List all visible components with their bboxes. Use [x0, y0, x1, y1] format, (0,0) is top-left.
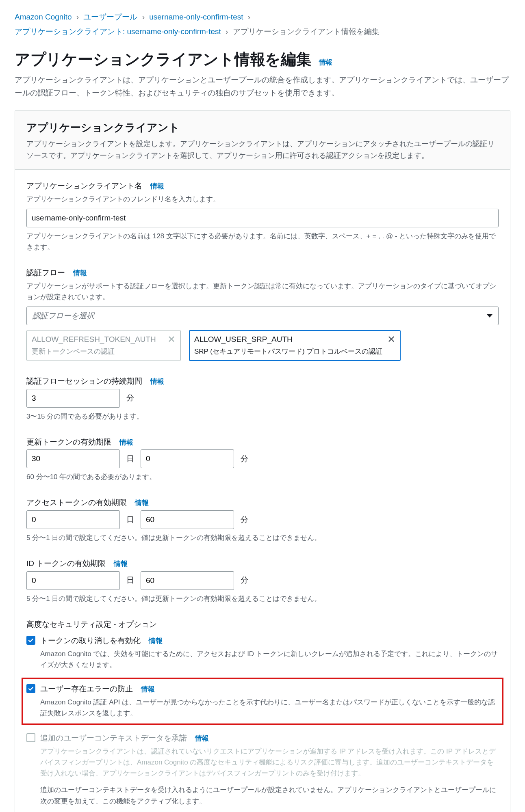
- unit-minutes: 分: [241, 514, 248, 526]
- info-link[interactable]: 情報: [150, 376, 164, 387]
- highlight-prevent-user-existence: ユーザー存在エラーの防止 情報 Amazon Cognito 認証 API は、…: [22, 678, 503, 725]
- chip-user-srp-auth: ALLOW_USER_SRP_AUTH SRP (セキュアリモートパスワード) …: [189, 330, 401, 361]
- input-id-days[interactable]: [26, 571, 120, 590]
- input-access-days[interactable]: [26, 510, 120, 529]
- page-title-text: アプリケーションクライアント情報を編集: [15, 51, 311, 68]
- breadcrumb-link-appclient[interactable]: アプリケーションクライアント: username-only-confirm-te…: [15, 27, 221, 36]
- check-icon: [28, 685, 34, 692]
- select-placeholder: 認証フローを選択: [33, 310, 94, 322]
- chevron-right-icon: ›: [226, 24, 228, 39]
- panel-header: アプリケーションクライアント アプリケーションクライアントを設定します。アプリケ…: [15, 111, 510, 170]
- desc-revoke-token: Amazon Cognito では、失効を可能にするために、アクセスおよび ID…: [40, 648, 499, 670]
- unit-days: 日: [126, 453, 134, 465]
- check-revoke-token: トークンの取り消しを有効化 情報 Amazon Cognito では、失効を可能…: [26, 635, 499, 670]
- chevron-right-icon: ›: [248, 10, 250, 24]
- info-link[interactable]: 情報: [149, 636, 163, 646]
- panel-description: アプリケーションクライアントを設定します。アプリケーションクライアントは、アプリ…: [26, 138, 499, 162]
- checkbox-revoke-token[interactable]: [26, 636, 35, 645]
- app-client-panel: アプリケーションクライアント アプリケーションクライアントを設定します。アプリケ…: [15, 110, 510, 812]
- chip-title: ALLOW_REFRESH_TOKEN_AUTH: [32, 334, 156, 346]
- help-app-client-name: アプリケーションクライアントのフレンドリ名を入力します。: [26, 194, 499, 205]
- check-icon: [28, 637, 34, 644]
- constraint-id: 5 分〜1 日の間で設定してください。値は更新トークンの有効期限を超えることはで…: [26, 593, 499, 604]
- field-auth-flows: 認証フロー 情報 アプリケーションがサポートする認証フローを選択します。更新トー…: [26, 267, 499, 361]
- desc-prevent-user-existence: Amazon Cognito 認証 API は、ユーザーが見つからなかったことを…: [40, 697, 499, 719]
- input-refresh-minutes[interactable]: [141, 449, 234, 468]
- constraint-app-client-name: アプリケーションクライアントの名前は 128 文字以下にする必要があります。名前…: [26, 231, 499, 253]
- info-link[interactable]: 情報: [73, 268, 87, 279]
- advanced-security-heading: 高度なセキュリティ設定 - オプション: [26, 619, 499, 631]
- label-user-context: 追加のユーザーコンテキストデータを承諾: [40, 732, 187, 744]
- info-link[interactable]: 情報: [114, 559, 128, 569]
- label-prevent-user-existence: ユーザー存在エラーの防止: [40, 683, 133, 695]
- input-session-minutes[interactable]: [26, 389, 120, 408]
- check-user-context: 追加のユーザーコンテキストデータを承諾 情報 アプリケーションクライアントは、認…: [26, 732, 499, 812]
- page-title: アプリケーションクライアント情報を編集 情報: [15, 48, 510, 71]
- page-description: アプリケーションクライアントは、アプリケーションとユーザープールの統合を作成しま…: [15, 73, 510, 100]
- note-user-context: 追加のユーザーコンテキストデータを受け入れるようにユーザープールが設定されていま…: [40, 784, 499, 807]
- checkbox-prevent-user-existence[interactable]: [26, 684, 35, 693]
- select-auth-flows[interactable]: 認証フローを選択: [26, 307, 499, 325]
- field-id-token: ID トークンの有効期限 情報 日 分 5 分〜1 日の間で設定してください。値…: [26, 558, 499, 604]
- field-access-token: アクセストークンの有効期限 情報 日 分 5 分〜1 日の間で設定してください。…: [26, 497, 499, 543]
- checkbox-user-context: [26, 733, 35, 742]
- input-refresh-days[interactable]: [26, 449, 120, 468]
- breadcrumb-link-userpools[interactable]: ユーザープール: [83, 13, 137, 21]
- input-access-minutes[interactable]: [141, 510, 234, 529]
- close-icon[interactable]: ✕: [387, 334, 395, 344]
- constraint-access: 5 分〜1 日の間で設定してください。値は更新トークンの有効期限を超えることはで…: [26, 532, 499, 543]
- chip-subtitle: SRP (セキュアリモートパスワード) プロトコルベースの認証: [194, 346, 382, 357]
- input-id-minutes[interactable]: [141, 571, 234, 590]
- label-revoke-token: トークンの取り消しを有効化: [40, 635, 141, 647]
- close-icon: ✕: [167, 334, 176, 344]
- info-link[interactable]: 情報: [150, 181, 164, 192]
- panel-body: アプリケーションクライアント名 情報 アプリケーションクライアントのフレンドリ名…: [15, 170, 510, 812]
- label-access-token: アクセストークンの有効期限: [26, 497, 127, 509]
- label-refresh-token: 更新トークンの有効期限: [26, 436, 111, 448]
- unit-minutes: 分: [241, 574, 248, 586]
- label-session-duration: 認証フローセッションの持続期間: [26, 376, 142, 387]
- chip-title: ALLOW_USER_SRP_AUTH: [194, 334, 382, 346]
- info-link[interactable]: 情報: [141, 684, 155, 695]
- label-id-token: ID トークンの有効期限: [26, 558, 106, 570]
- breadcrumb-current: アプリケーションクライアント情報を編集: [233, 27, 380, 36]
- input-app-client-name[interactable]: [26, 209, 499, 227]
- chip-subtitle: 更新トークンベースの認証: [32, 346, 156, 357]
- chip-refresh-token-auth: ALLOW_REFRESH_TOKEN_AUTH 更新トークンベースの認証 ✕: [26, 330, 181, 361]
- field-app-client-name: アプリケーションクライアント名 情報 アプリケーションクライアントのフレンドリ名…: [26, 180, 499, 253]
- breadcrumb: Amazon Cognito › ユーザープール › username-only…: [15, 10, 510, 39]
- desc-user-context: アプリケーションクライアントは、認証されていないリクエストにアプリケーションが追…: [40, 746, 499, 779]
- chevron-down-icon: [487, 314, 492, 317]
- info-link[interactable]: 情報: [119, 437, 133, 448]
- panel-title: アプリケーションクライアント: [26, 120, 499, 136]
- field-refresh-token: 更新トークンの有効期限 情報 日 分 60 分〜10 年の間である必要があります…: [26, 436, 499, 483]
- unit-days: 日: [126, 514, 134, 526]
- constraint-refresh: 60 分〜10 年の間である必要があります。: [26, 471, 499, 482]
- label-app-client-name: アプリケーションクライアント名: [26, 180, 142, 192]
- help-auth-flows: アプリケーションがサポートする認証フローを選択します。更新トークン認証は常に有効…: [26, 281, 499, 302]
- constraint-session: 3〜15 分の間である必要があります。: [26, 411, 499, 422]
- label-auth-flows: 認証フロー: [26, 267, 65, 279]
- unit-days: 日: [126, 574, 134, 586]
- info-link[interactable]: 情報: [195, 733, 209, 744]
- field-session-duration: 認証フローセッションの持続期間 情報 分 3〜15 分の間である必要があります。: [26, 376, 499, 422]
- unit-minutes: 分: [126, 392, 134, 404]
- chevron-right-icon: ›: [76, 10, 79, 24]
- breadcrumb-link-cognito[interactable]: Amazon Cognito: [15, 13, 72, 21]
- breadcrumb-link-pool[interactable]: username-only-confirm-test: [149, 13, 243, 21]
- info-link[interactable]: 情報: [135, 498, 149, 508]
- chevron-right-icon: ›: [142, 10, 145, 24]
- info-link[interactable]: 情報: [319, 58, 332, 66]
- unit-minutes: 分: [241, 453, 248, 465]
